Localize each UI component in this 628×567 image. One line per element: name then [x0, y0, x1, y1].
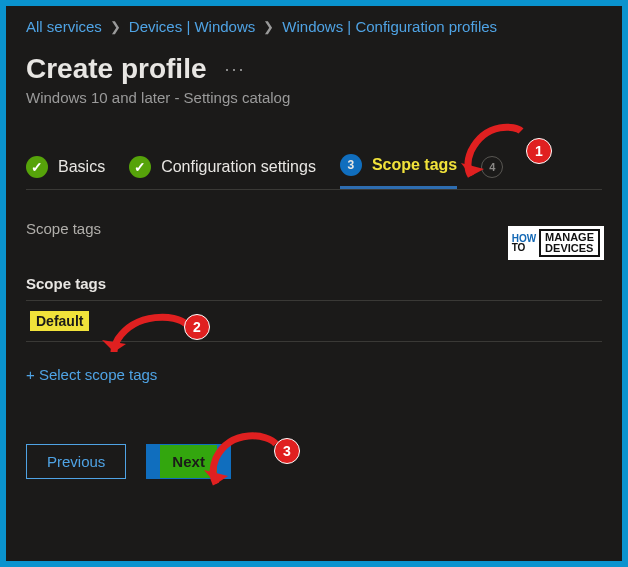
- table-header-scope-tags: Scope tags: [26, 267, 602, 301]
- annotation-badge-2: 2: [184, 314, 210, 340]
- select-scope-tags-link[interactable]: + Select scope tags: [26, 366, 157, 383]
- wizard-label-scope-tags: Scope tags: [372, 156, 457, 174]
- annotation-badge-3: 3: [274, 438, 300, 464]
- breadcrumb-config-profiles[interactable]: Windows | Configuration profiles: [282, 18, 497, 35]
- annotation-badge-1: 1: [526, 138, 552, 164]
- breadcrumb: All services ❯ Devices | Windows ❯ Windo…: [26, 18, 602, 35]
- breadcrumb-all-services[interactable]: All services: [26, 18, 102, 35]
- check-icon: [129, 156, 151, 178]
- watermark-logo: HOW TO MANAGE DEVICES: [508, 226, 604, 260]
- next-button-label: Next: [160, 445, 217, 478]
- table-row: Default: [26, 301, 602, 342]
- wizard-label-basics: Basics: [58, 158, 105, 176]
- wizard-step-scope-tags[interactable]: 3 Scope tags: [340, 154, 457, 189]
- page-subtitle: Windows 10 and later - Settings catalog: [26, 89, 602, 106]
- wizard-step-4: 4: [481, 156, 503, 188]
- wizard-steps: Basics Configuration settings 3 Scope ta…: [26, 154, 602, 190]
- check-icon: [26, 156, 48, 178]
- more-icon[interactable]: ···: [225, 59, 246, 80]
- step-number-icon: 3: [340, 154, 362, 176]
- scope-tag-chip[interactable]: Default: [30, 311, 89, 331]
- wizard-step-config[interactable]: Configuration settings: [129, 156, 316, 188]
- watermark-text: DEVICES: [545, 243, 594, 254]
- chevron-right-icon: ❯: [263, 19, 274, 34]
- step-number-icon: 4: [481, 156, 503, 178]
- wizard-step-basics[interactable]: Basics: [26, 156, 105, 188]
- chevron-right-icon: ❯: [110, 19, 121, 34]
- previous-button[interactable]: Previous: [26, 444, 126, 479]
- wizard-label-config: Configuration settings: [161, 158, 316, 176]
- next-button[interactable]: Next: [146, 444, 231, 479]
- breadcrumb-devices-windows[interactable]: Devices | Windows: [129, 18, 255, 35]
- page-title: Create profile: [26, 53, 207, 85]
- watermark-text: TO: [512, 243, 536, 252]
